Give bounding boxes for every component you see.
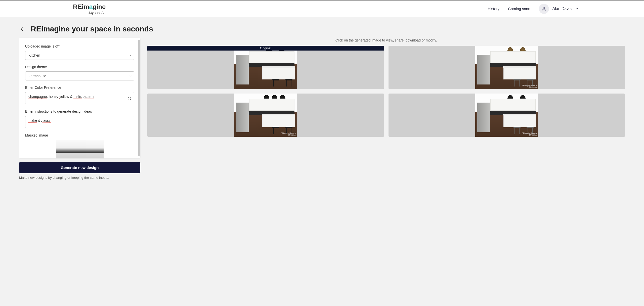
watermark: REimagineHome.aiStyldod AI <box>522 132 537 136</box>
results-hint: Click on the generated image to view, sh… <box>147 38 625 42</box>
masked-image-label: Masked image <box>25 133 134 137</box>
original-badge: Original <box>147 46 384 51</box>
content-row: Uploaded image is of* Kitchen Design the… <box>0 37 644 190</box>
kitchen-image: REimagineHome.aiStyldod AI <box>475 94 538 137</box>
room-type-select-wrap: Kitchen <box>25 51 134 60</box>
instructions-label: Enter instructions to generate design id… <box>25 109 134 113</box>
color-pref-label: Enter Color Preference <box>25 85 134 90</box>
left-column: Uploaded image is of* Kitchen Design the… <box>19 38 140 180</box>
generate-button[interactable]: Generate new design <box>19 162 140 173</box>
design-theme-select-wrap: Farmhouse <box>25 71 134 80</box>
brand-logo[interactable]: REimagine Styldod AI <box>73 3 106 15</box>
result-original[interactable]: Original <box>147 46 384 89</box>
results-grid: Original REimagineHome.aiStyldo <box>147 46 625 137</box>
instructions-wrap: make it classy <box>25 116 134 128</box>
results-column: Click on the generated image to view, sh… <box>147 38 625 137</box>
color-pref-input[interactable]: champagne, honey yellow & trellis patter… <box>25 92 134 104</box>
watermark: REimagineHome.aiStyldod AI <box>522 84 537 88</box>
svg-point-0 <box>543 7 545 9</box>
brand-wordmark: REimagine <box>73 3 106 11</box>
watermark: REimagineHome.aiStyldod AI <box>281 132 296 136</box>
user-menu[interactable]: Alan Davis <box>539 4 579 14</box>
nav-coming-soon[interactable]: Coming soon <box>508 7 530 11</box>
nav-history[interactable]: History <box>488 7 499 11</box>
chevron-down-icon <box>575 7 579 11</box>
kitchen-image: REimagineHome.aiStyldod AI <box>475 46 538 89</box>
top-bar: REimagine Styldod AI History Coming soon… <box>0 0 644 17</box>
kitchen-image <box>234 46 297 89</box>
kitchen-image: REimagineHome.aiStyldod AI <box>234 94 297 137</box>
user-name: Alan Davis <box>552 7 572 11</box>
masked-image-thumbnail[interactable] <box>56 140 104 158</box>
design-theme-select[interactable]: Farmhouse <box>25 71 134 80</box>
design-theme-label: Design theme <box>25 65 134 69</box>
result-image-1[interactable]: REimagineHome.aiStyldod AI <box>389 46 625 89</box>
room-type-label: Uploaded image is of* <box>25 44 134 48</box>
generate-hint: Make new designs by changing or keeping … <box>19 176 140 180</box>
page-heading-row: REimagine your space in seconds <box>0 17 644 37</box>
form-card: Uploaded image is of* Kitchen Design the… <box>19 38 140 158</box>
avatar-icon <box>539 4 549 14</box>
result-image-3[interactable]: REimagineHome.aiStyldod AI <box>389 94 625 137</box>
refresh-icon[interactable] <box>127 97 131 102</box>
result-image-2[interactable]: REimagineHome.aiStyldod AI <box>147 94 384 137</box>
nav-right: History Coming soon Alan Davis <box>488 4 644 14</box>
brand-subtitle: Styldod AI <box>89 11 105 15</box>
instructions-input[interactable]: make it classy <box>25 116 134 128</box>
color-pref-wrap: champagne, honey yellow & trellis patter… <box>25 92 134 104</box>
back-button[interactable] <box>19 26 25 32</box>
page-title: REimagine your space in seconds <box>31 25 153 33</box>
room-type-select[interactable]: Kitchen <box>25 51 134 60</box>
